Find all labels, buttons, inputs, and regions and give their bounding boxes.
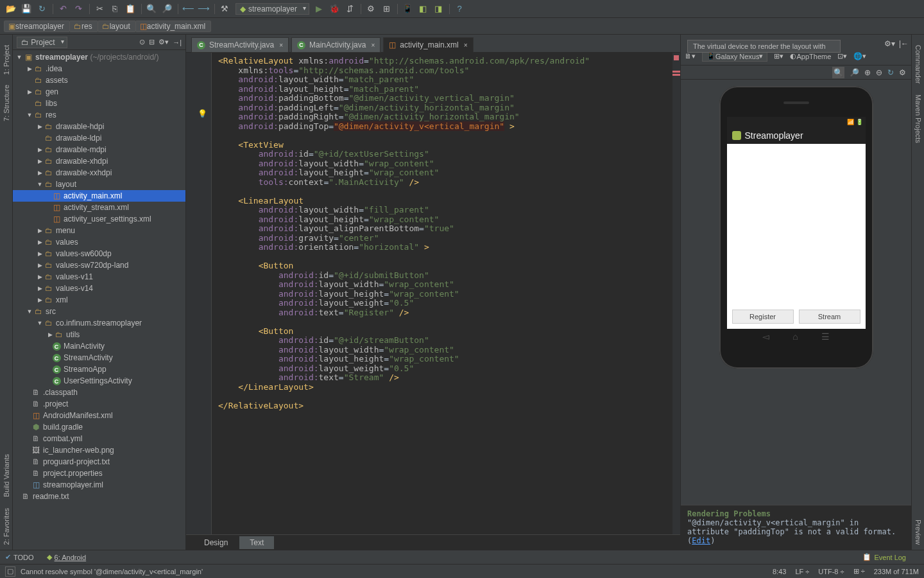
main-toolbar: 📂 💾 ↻ ↶ ↷ ✂ ⎘ 📋 🔍 🔎 ⟵ ⟶ ⚒ ◆streamoplayer… [0,0,924,18]
gear-icon[interactable]: ⚙▾ [158,38,169,46]
editor-tab-active[interactable]: ◫activity_main.xml× [383,37,473,53]
sdk-manager-icon[interactable]: 📱 [400,2,415,16]
project-view-combo[interactable]: 🗀 Project [17,37,67,48]
help-icon[interactable]: ? [452,2,466,16]
tool-build-variants[interactable]: Build Variants [1,449,12,502]
redo-icon[interactable]: ↷ [71,2,85,16]
api-selector[interactable]: ⊡▾ [837,52,847,60]
open-icon[interactable]: 📂 [4,2,18,16]
zoom-in-icon[interactable]: ⊕ [864,68,871,77]
close-icon[interactable]: × [464,42,468,49]
save-icon[interactable]: 💾 [19,2,33,16]
cut-icon[interactable]: ✂ [92,2,107,16]
ddms-icon[interactable]: ◨ [431,2,445,16]
tool-structure[interactable]: 7: Structure [1,80,12,127]
configuration-dropdown[interactable]: 🗎▾ [685,52,696,60]
event-log-button[interactable]: 📋 Event Log [862,553,906,561]
debug-icon[interactable]: 🐞 [327,2,341,16]
attach-icon[interactable]: ⇵ [343,2,357,16]
editor-tab-bar: CStreamActivity.java× CMainActivity.java… [186,35,680,53]
nav-recent-icon: ☰ [821,331,830,342]
run-config-selector[interactable]: ◆streamoplayer [235,3,309,15]
rendering-problems-panel: Rendering Problems "@dimen/activity_v<er… [681,505,911,550]
preview-button-register: Register [732,310,794,324]
tool-maven[interactable]: Maven Projects [913,89,923,148]
memory-indicator[interactable]: 233M of 711M [874,568,919,575]
orientation-icon[interactable]: ⊞▾ [774,52,783,60]
code-editor[interactable]: <RelativeLayout xmlns:android="http://sc… [212,53,672,534]
gear-icon[interactable]: ⚙▾ [884,39,895,48]
status-message: Cannot resolve symbol '@dimen/activity_v… [21,568,203,575]
line-separator[interactable]: LF ÷ [795,568,809,575]
refresh-icon[interactable]: ↻ [887,68,894,77]
close-icon[interactable]: × [279,42,283,49]
caret-position[interactable]: 8:43 [773,568,786,575]
theme-selector[interactable]: ◐ AppTheme [790,52,831,60]
scroll-to-icon[interactable]: ⊙ [139,38,145,46]
hide-icon[interactable]: →| [173,39,182,46]
left-tool-gutter: 1: Project 7: Structure Build Variants 2… [0,35,13,550]
android-logcat-button[interactable]: ◆6: Android [47,553,87,561]
preview-button-stream: Stream [799,310,860,324]
settings-icon[interactable]: ⚙ [899,68,906,77]
tooltip: The virtual device to render the layout … [687,40,841,53]
locale-icon[interactable]: 🌐▾ [853,52,866,60]
error-stripe[interactable] [672,53,680,534]
run-icon[interactable]: ▶ [312,2,326,16]
forward-icon[interactable]: ⟶ [196,2,210,16]
breadcrumb-layout[interactable]: 🗀 layout [98,21,136,32]
navigation-breadcrumbs: ▣ streamoplayer 🗀 res 🗀 layout ◫ activit… [0,18,924,35]
tool-preview[interactable]: Preview [913,514,923,550]
breadcrumb-res[interactable]: 🗀 res [69,21,98,32]
collapse-all-icon[interactable]: ⊟ [149,38,155,46]
right-tool-gutter: Commander Maven Projects Preview [911,35,924,550]
todo-button[interactable]: ✔TODO [5,553,34,561]
insert-mode[interactable]: ⊞ ÷ [853,567,865,575]
tool-favorites[interactable]: 2: Favorites [1,503,12,550]
avd-manager-icon[interactable]: ◧ [416,2,430,16]
project-tree[interactable]: ▼▣streamoplayer (~/projects/android/) ▶🗀… [13,50,185,550]
battery-icon: 🔋 [856,119,863,125]
nav-back-icon: ◅ [762,331,769,342]
editor-area: CStreamActivity.java× CMainActivity.java… [186,35,680,550]
preview-action-bar: Streamoplayer [727,127,866,144]
settings-icon[interactable]: ⚙ [364,2,378,16]
editor-tab[interactable]: CStreamActivity.java× [191,37,289,53]
sync-icon[interactable]: ↻ [35,2,49,16]
zoom-out-icon[interactable]: ⊖ [876,68,882,77]
design-tab[interactable]: Design [194,536,238,549]
back-icon[interactable]: ⟵ [181,2,195,16]
intention-bulb-icon[interactable]: 💡 [198,109,205,117]
project-structure-icon[interactable]: ⊞ [379,2,393,16]
undo-icon[interactable]: ↶ [56,2,70,16]
replace-icon[interactable]: 🔎 [160,2,174,16]
find-icon[interactable]: 🔍 [144,2,158,16]
layout-preview-pane: The virtual device to render the layout … [680,35,911,550]
status-bar: ▢ Cannot resolve symbol '@dimen/activity… [0,564,924,578]
paste-icon[interactable]: 📋 [123,2,137,16]
editor-gutter[interactable]: 💡 [186,53,212,534]
nav-home-icon: ⌂ [792,331,798,342]
file-encoding[interactable]: UTF-8 ÷ [818,568,844,575]
editor-mode-tabs: Design Text [186,534,680,550]
copy-icon[interactable]: ⎘ [108,2,122,16]
zoom-fit-icon[interactable]: 🔍 [832,67,844,78]
text-tab[interactable]: Text [239,536,274,549]
hide-icon[interactable]: |← [899,39,909,48]
build-icon[interactable]: ⚒ [218,2,232,16]
close-icon[interactable]: × [371,42,375,49]
breadcrumb-file[interactable]: ◫ activity_main.xml [135,21,211,32]
bottom-tool-buttons: ✔TODO ◆6: Android 📋 Event Log [0,550,924,564]
status-frame-icon[interactable]: ▢ [5,566,15,577]
tool-commander[interactable]: Commander [913,40,923,89]
signal-icon: 📶 [847,119,854,125]
edit-link[interactable]: Edit [692,536,710,545]
zoom-actual-icon[interactable]: 🔎 [850,68,859,77]
breadcrumb-project[interactable]: ▣ streamoplayer [4,21,70,32]
project-tool-window: 🗀 Project ⊙ ⊟ ⚙▾ →| ▼▣streamoplayer (~/p… [13,35,186,550]
editor-tab[interactable]: CMainActivity.java× [291,37,381,53]
tree-file-selected: ◫activity_main.xml [13,190,185,202]
tool-project[interactable]: 1: Project [1,40,12,80]
device-preview: 📶🔋 Streamoplayer Register Stream ◅ ⌂ ☰ [719,86,873,369]
